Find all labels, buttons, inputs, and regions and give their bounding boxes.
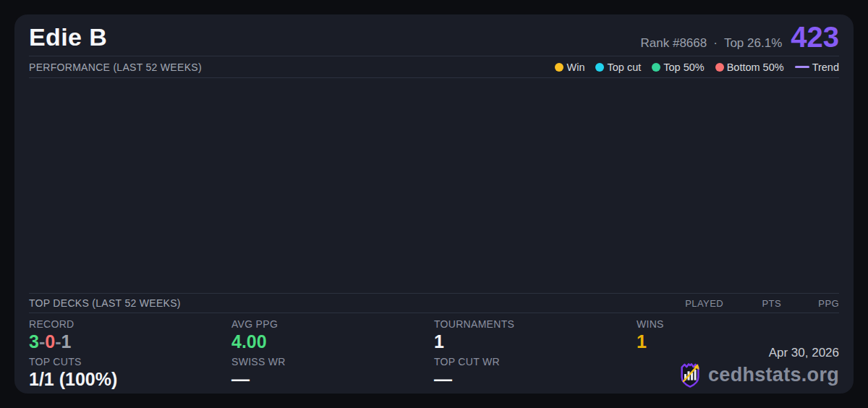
stat-label: TOP CUT WR [434,356,637,367]
rank-meta: Rank #8668 · Top 26.1% [641,36,783,51]
win-dot-icon [555,63,563,72]
record-draws: 1 [61,331,71,352]
page-title: Edie B [29,23,107,51]
legend-label: Bottom 50% [727,61,784,73]
legend-label: Trend [812,61,839,73]
card-header: Edie B Rank #8668 · Top 26.1% 423 [29,14,839,56]
date-label: Apr 30, 2026 [678,346,839,360]
column-header-pts: PTS [723,298,781,309]
top-decks-columns: PLAYED PTS PPG [665,298,839,309]
stat-label: TOP CUTS [29,356,231,367]
top-cuts-value: 1/1 (100%) [29,369,231,389]
top-decks-header: TOP DECKS (LAST 52 WEEKS) PLAYED PTS PPG [29,294,839,313]
record-wins: 3 [29,331,39,352]
legend-item-topcut: Top cut [595,61,641,73]
player-stats-card: Edie B Rank #8668 · Top 26.1% 423 PERFOR… [14,14,854,394]
stat-label: TOURNAMENTS [434,318,637,330]
stat-label: SWISS WR [231,356,434,367]
legend-item-win: Win [555,61,584,73]
site-name-link[interactable]: cedhstats.org [708,364,839,386]
performance-section-title: PERFORMANCE (LAST 52 WEEKS) [29,61,202,73]
legend-item-top50: Top 50% [652,61,704,73]
stat-label: WINS [637,318,839,330]
top-cut-wr-value: — [434,369,637,389]
stat-avg-ppg: AVG PPG 4.00 [231,317,434,353]
legend-label: Win [566,61,584,73]
chart-legend: Win Top cut Top 50% Bottom 50% Trend [555,61,839,73]
legend-label: Top 50% [663,61,704,73]
column-header-ppg: PPG [781,298,839,309]
stat-swiss-wr: SWISS WR — [231,354,434,391]
avg-ppg-value: 4.00 [231,331,434,352]
performance-header: PERFORMANCE (LAST 52 WEEKS) Win Top cut … [29,56,839,77]
top-cut-dot-icon [595,63,604,72]
site-branding[interactable]: cedhstats.org [678,361,839,388]
record-losses: 0 [45,331,55,352]
legend-label: Top cut [607,61,641,73]
record-dash: - [39,331,45,352]
stat-record: RECORD 3-0-1 [29,317,231,353]
rank-label: Rank #8668 [641,36,707,51]
card-footer: Apr 30, 2026 cedhstats.org [678,346,839,388]
stat-label: RECORD [29,318,231,330]
top-decks-section-title: TOP DECKS (LAST 52 WEEKS) [29,297,181,309]
swiss-wr-value: — [231,369,434,389]
legend-item-trend: Trend [795,61,839,73]
column-header-played: PLAYED [665,298,723,309]
top-percent-label: Top 26.1% [724,36,782,51]
bottom-50-dot-icon [715,63,724,72]
stat-label: AVG PPG [231,318,434,330]
stat-tournaments: TOURNAMENTS 1 [434,317,637,353]
stat-top-cut-wr: TOP CUT WR — [434,354,637,391]
stats-section: RECORD 3-0-1 AVG PPG 4.00 TOURNAMENTS 1 … [29,313,839,394]
rank-separator: · [713,36,718,51]
tournaments-value: 1 [434,331,637,352]
stat-top-cuts: TOP CUTS 1/1 (100%) [29,354,231,391]
record-value: 3-0-1 [29,331,231,352]
top-50-dot-icon [652,63,660,72]
shield-chart-arrow-icon [678,361,702,388]
trend-line-icon [795,66,809,68]
legend-item-bottom50: Bottom 50% [715,61,784,73]
performance-chart [29,78,839,293]
score-value: 423 [791,25,839,49]
rank-group: Rank #8668 · Top 26.1% 423 [641,25,839,51]
